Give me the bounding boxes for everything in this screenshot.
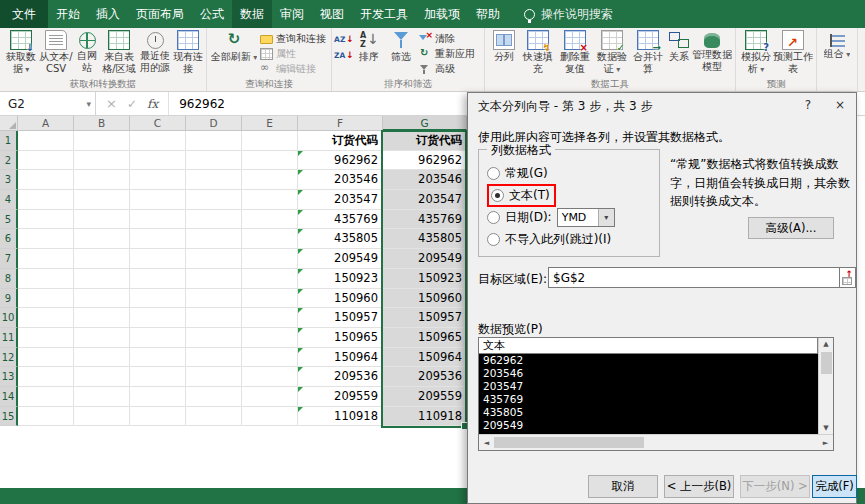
cell-g1[interactable]: 订货代码 bbox=[383, 131, 467, 151]
cell-g12[interactable]: 150964 bbox=[383, 348, 467, 368]
back-button[interactable]: < 上一步(B) bbox=[664, 475, 734, 498]
remove-duplicates-button[interactable]: 删除重复值 bbox=[556, 29, 594, 77]
column-header-e[interactable]: E bbox=[242, 116, 298, 131]
radio-text[interactable] bbox=[491, 189, 504, 202]
radio-general[interactable] bbox=[487, 167, 500, 180]
what-if-analysis-button[interactable]: 模拟分析 bbox=[739, 29, 773, 77]
sort-button[interactable]: 排序 bbox=[353, 29, 385, 77]
tab-review[interactable]: 审阅 bbox=[272, 0, 312, 28]
consolidate-button[interactable]: 合并计算 bbox=[630, 29, 666, 77]
preview-row[interactable]: 209549 bbox=[479, 419, 818, 432]
cell-f1[interactable]: 订货代码 bbox=[298, 131, 383, 151]
group-button[interactable]: 组合 bbox=[820, 29, 854, 77]
scroll-right-icon[interactable]: ► bbox=[818, 439, 833, 447]
from-table-range-button[interactable]: 来自表格/区域 bbox=[101, 29, 137, 77]
preview-column-header[interactable]: 文本 bbox=[479, 338, 818, 354]
name-box[interactable]: G2 ▾ bbox=[0, 92, 96, 115]
column-header-a[interactable]: A bbox=[18, 116, 74, 131]
scroll-left-icon[interactable]: ◄ bbox=[479, 439, 494, 447]
row-header[interactable]: 6 bbox=[0, 229, 18, 249]
row-header[interactable]: 13 bbox=[0, 367, 18, 387]
preview-row[interactable]: 962962 bbox=[479, 354, 818, 367]
tab-view[interactable]: 视图 bbox=[312, 0, 352, 28]
data-validation-button[interactable]: 数据验证 bbox=[594, 29, 630, 77]
formula-input[interactable]: 962962 bbox=[169, 97, 225, 111]
collapse-dialog-button[interactable] bbox=[840, 267, 856, 288]
cell-f10[interactable]: 150957 bbox=[298, 308, 383, 328]
destination-input[interactable]: $G$2 bbox=[548, 267, 840, 288]
preview-row[interactable]: 435805 bbox=[479, 406, 818, 419]
row-header[interactable]: 14 bbox=[0, 387, 18, 407]
clear-filter-button[interactable]: 清除 bbox=[417, 31, 481, 46]
format-option-date[interactable]: 日期(D): YMD ▾ bbox=[487, 206, 651, 228]
tab-insert[interactable]: 插入 bbox=[88, 0, 128, 28]
cell-f3[interactable]: 203546 bbox=[298, 170, 383, 190]
cell-g2[interactable]: 962962 bbox=[383, 151, 467, 171]
row-header[interactable]: 2 bbox=[0, 151, 18, 171]
scroll-up-icon[interactable]: ▲ bbox=[819, 340, 833, 348]
relationships-button[interactable]: 关系 bbox=[666, 29, 692, 77]
select-all-corner[interactable] bbox=[0, 116, 18, 131]
tell-me-search[interactable]: 操作说明搜索 bbox=[524, 0, 613, 28]
reapply-button[interactable]: 重新应用 bbox=[417, 46, 481, 61]
cells-a-e[interactable] bbox=[18, 387, 298, 407]
cell-g9[interactable]: 150960 bbox=[383, 289, 467, 309]
cell-g6[interactable]: 435805 bbox=[383, 229, 467, 249]
manage-data-model-button[interactable]: 管理数据模型 bbox=[692, 29, 732, 77]
cells-a-e[interactable] bbox=[18, 348, 298, 368]
preview-horizontal-scrollbar[interactable]: ◄ ► bbox=[479, 434, 833, 450]
cell-g14[interactable]: 209559 bbox=[383, 387, 467, 407]
recent-sources-button[interactable]: 最近使用的源 bbox=[137, 29, 173, 77]
cell-g15[interactable]: 110918 bbox=[383, 407, 467, 427]
cells-a-e[interactable] bbox=[18, 190, 298, 210]
row-header[interactable]: 15 bbox=[0, 407, 18, 427]
preview-row[interactable]: 435769 bbox=[479, 393, 818, 406]
from-web-button[interactable]: 自网站 bbox=[73, 29, 101, 77]
cells-a-e[interactable] bbox=[18, 151, 298, 171]
chevron-down-icon[interactable]: ▾ bbox=[86, 99, 91, 109]
advanced-filter-button[interactable]: 高级 bbox=[417, 61, 481, 76]
preview-rows[interactable]: 962962 203546 203547 435769 435805 20954… bbox=[479, 354, 818, 434]
cancel-button[interactable]: 取消 bbox=[588, 475, 658, 498]
cell-g4[interactable]: 203547 bbox=[383, 190, 467, 210]
cell-g3[interactable]: 203546 bbox=[383, 170, 467, 190]
format-option-skip[interactable]: 不导入此列(跳过)(I) bbox=[487, 228, 651, 250]
dialog-help-button[interactable]: ? bbox=[792, 93, 824, 119]
filter-button[interactable]: 筛选 bbox=[385, 29, 417, 77]
row-header[interactable]: 11 bbox=[0, 328, 18, 348]
cells-a-e[interactable] bbox=[18, 229, 298, 249]
cells-a-e[interactable] bbox=[18, 367, 298, 387]
tab-file[interactable]: 文件 bbox=[0, 0, 48, 28]
tab-home[interactable]: 开始 bbox=[48, 0, 88, 28]
cell-g7[interactable]: 209549 bbox=[383, 249, 467, 269]
get-data-button[interactable]: 获取数据 bbox=[3, 29, 39, 77]
finish-button[interactable]: 完成(F) bbox=[812, 475, 857, 498]
queries-connections-button[interactable]: 查询和连接 bbox=[258, 31, 328, 46]
cell-f14[interactable]: 209559 bbox=[298, 387, 383, 407]
cell-f15[interactable]: 110918 bbox=[298, 407, 383, 427]
column-header-c[interactable]: C bbox=[130, 116, 186, 131]
chevron-down-icon[interactable]: ▾ bbox=[598, 209, 614, 226]
preview-row[interactable]: 203546 bbox=[479, 367, 818, 380]
row-header[interactable]: 8 bbox=[0, 269, 18, 289]
format-option-general[interactable]: 常规(G) bbox=[487, 162, 651, 184]
cells-a-e[interactable] bbox=[18, 131, 298, 151]
preview-vertical-scrollbar[interactable]: ▲ ▼ bbox=[818, 338, 833, 434]
cells-a-e[interactable] bbox=[18, 289, 298, 309]
insert-function-icon[interactable]: fx bbox=[147, 97, 158, 111]
cell-f6[interactable]: 435805 bbox=[298, 229, 383, 249]
sort-az-button[interactable]: AZ bbox=[335, 31, 353, 47]
tab-addins[interactable]: 加载项 bbox=[416, 0, 468, 28]
tab-formulas[interactable]: 公式 bbox=[192, 0, 232, 28]
cell-f7[interactable]: 209549 bbox=[298, 249, 383, 269]
existing-connections-button[interactable]: 现有连接 bbox=[173, 29, 203, 77]
edit-links-button[interactable]: 编辑链接 bbox=[258, 61, 328, 76]
tab-help[interactable]: 帮助 bbox=[468, 0, 508, 28]
cell-f8[interactable]: 150923 bbox=[298, 269, 383, 289]
text-to-columns-button[interactable]: 分列 bbox=[488, 29, 520, 77]
column-header-d[interactable]: D bbox=[186, 116, 242, 131]
cell-f11[interactable]: 150965 bbox=[298, 328, 383, 348]
cell-f13[interactable]: 209536 bbox=[298, 367, 383, 387]
tab-developer[interactable]: 开发工具 bbox=[352, 0, 416, 28]
radio-date[interactable] bbox=[487, 211, 500, 224]
